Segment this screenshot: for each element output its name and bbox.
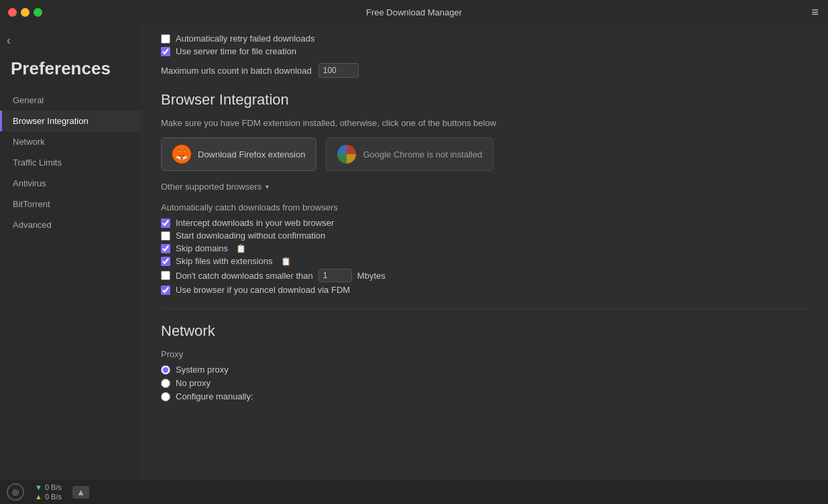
app-title: Free Download Manager (366, 7, 462, 17)
content-area: Automatically retry failed downloads Use… (141, 24, 828, 480)
no-proxy-row: No proxy (161, 378, 808, 388)
section-divider (161, 308, 808, 309)
sidebar: ‹ Preferences General Browser Integratio… (0, 24, 141, 480)
system-proxy-label: System proxy (176, 365, 229, 375)
server-time-label: Use server time for file creation (176, 46, 296, 56)
chrome-extension-button[interactable]: Google Chrome is not installed (326, 137, 493, 171)
menu-button[interactable]: ≡ (811, 5, 819, 19)
no-proxy-label: No proxy (176, 378, 211, 388)
main-layout: ‹ Preferences General Browser Integratio… (0, 24, 828, 480)
firefox-extension-button[interactable]: 🦊 Download Firefox extension (161, 137, 316, 171)
server-time-row: Use server time for file creation (161, 46, 808, 56)
dont-catch-smaller-label: Don't catch downloads smaller than (176, 271, 313, 281)
start-without-confirm-checkbox[interactable] (161, 231, 170, 241)
speed-indicator: ▼ 0 B/s ▲ 0 B/s (35, 483, 62, 501)
sidebar-item-general[interactable]: General (0, 90, 141, 111)
catch-section: Automatically catch downloads from brows… (161, 202, 808, 295)
up-speed-row: ▲ 0 B/s (35, 493, 62, 501)
top-options-section: Automatically retry failed downloads Use… (161, 34, 808, 78)
max-urls-row: Maximum urls count in batch download (161, 63, 808, 78)
other-browsers-row[interactable]: Other supported browsers ▾ (161, 182, 808, 192)
maximize-button[interactable] (34, 8, 42, 17)
max-urls-label: Maximum urls count in batch download (161, 66, 312, 76)
configure-manually-radio[interactable] (161, 392, 170, 401)
use-browser-cancel-row: Use browser if you cancel download via F… (161, 285, 808, 295)
auto-retry-checkbox[interactable] (161, 34, 170, 44)
dont-catch-smaller-row: Don't catch downloads smaller than Mbyte… (161, 269, 808, 282)
browser-integration-title: Browser Integration (161, 91, 808, 109)
chrome-btn-label: Google Chrome is not installed (363, 149, 482, 160)
back-button[interactable]: ‹ (0, 29, 27, 52)
sidebar-title: Preferences (0, 52, 141, 90)
sidebar-item-browser-integration[interactable]: Browser Integration (0, 111, 141, 131)
browser-buttons: 🦊 Download Firefox extension Google Chro… (161, 137, 808, 171)
skip-extensions-edit-icon[interactable]: 📋 (281, 257, 291, 266)
sidebar-item-advanced[interactable]: Advanced (0, 214, 141, 235)
expand-button[interactable]: ▲ (72, 486, 89, 499)
configure-manually-label: Configure manually: (176, 391, 253, 401)
chrome-icon (337, 145, 356, 164)
proxy-label: Proxy (161, 349, 808, 359)
window-controls (8, 8, 42, 17)
statusbar: ◎ ▼ 0 B/s ▲ 0 B/s ▲ (0, 480, 828, 504)
chevron-down-icon: ▾ (265, 183, 269, 190)
titlebar: Free Download Manager ≡ (0, 0, 828, 24)
down-speed-row: ▼ 0 B/s (35, 483, 62, 491)
network-title: Network (161, 322, 808, 340)
skip-domains-label: Skip domains (176, 243, 228, 253)
skip-domains-edit-icon[interactable]: 📋 (236, 244, 246, 253)
status-eye-icon: ◎ (7, 483, 24, 501)
skip-domains-checkbox[interactable] (161, 244, 170, 253)
sidebar-item-traffic-limits[interactable]: Traffic Limits (0, 152, 141, 173)
sidebar-nav: General Browser Integration Network Traf… (0, 90, 141, 235)
auto-retry-row: Automatically retry failed downloads (161, 34, 808, 44)
skip-extensions-row: Skip files with extensions 📋 (161, 256, 808, 266)
down-arrow-icon: ▼ (35, 483, 42, 491)
intercept-row: Intercept downloads in your web browser (161, 218, 808, 228)
firefox-btn-label: Download Firefox extension (198, 149, 305, 160)
intercept-label: Intercept downloads in your web browser (176, 218, 334, 228)
mbytes-input[interactable] (318, 269, 352, 282)
sidebar-item-antivirus[interactable]: Antivirus (0, 173, 141, 194)
use-browser-cancel-checkbox[interactable] (161, 286, 170, 295)
skip-domains-row: Skip domains 📋 (161, 243, 808, 253)
intercept-checkbox[interactable] (161, 218, 170, 228)
server-time-checkbox[interactable] (161, 47, 170, 56)
max-urls-input[interactable] (318, 63, 359, 78)
up-arrow-icon: ▲ (35, 493, 42, 501)
no-proxy-radio[interactable] (161, 379, 170, 388)
use-browser-cancel-label: Use browser if you cancel download via F… (176, 285, 350, 295)
system-proxy-row: System proxy (161, 365, 808, 375)
minimize-button[interactable] (21, 8, 29, 17)
firefox-icon: 🦊 (172, 145, 191, 164)
sidebar-item-bittorrent[interactable]: BitTorrent (0, 194, 141, 214)
dont-catch-smaller-checkbox[interactable] (161, 271, 170, 280)
up-speed-value: 0 B/s (45, 493, 62, 501)
configure-manually-row: Configure manually: (161, 391, 808, 401)
start-without-confirm-label: Start downloading without confirmation (176, 231, 325, 241)
close-button[interactable] (8, 8, 17, 17)
other-browsers-label: Other supported browsers (161, 182, 261, 192)
sidebar-item-network[interactable]: Network (0, 131, 141, 152)
skip-extensions-label: Skip files with extensions (176, 256, 273, 266)
catch-section-label: Automatically catch downloads from brows… (161, 202, 808, 212)
auto-retry-label: Automatically retry failed downloads (176, 34, 314, 44)
system-proxy-radio[interactable] (161, 365, 170, 375)
skip-extensions-checkbox[interactable] (161, 257, 170, 266)
start-without-confirm-row: Start downloading without confirmation (161, 231, 808, 241)
browser-integration-desc: Make sure you have FDM extension install… (161, 118, 808, 128)
down-speed-value: 0 B/s (45, 483, 62, 491)
mbytes-label: Mbytes (357, 271, 386, 281)
